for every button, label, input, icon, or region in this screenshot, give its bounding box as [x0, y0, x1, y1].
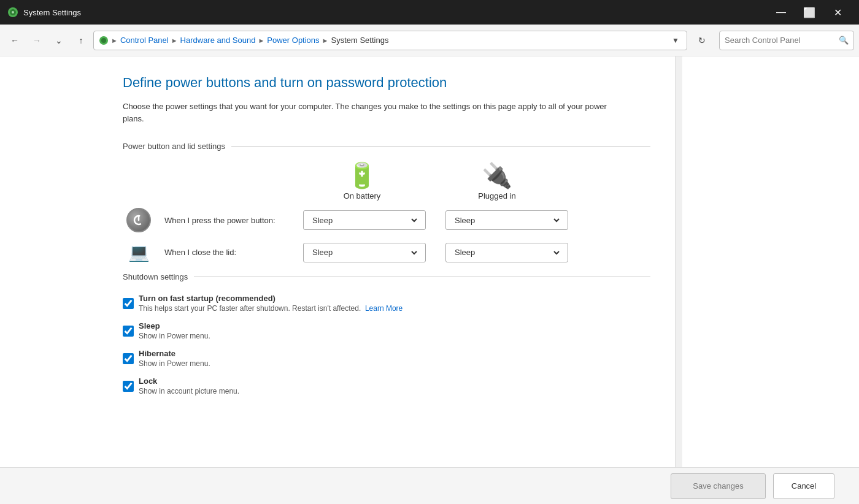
fast-startup-content: Turn on fast startup (recommended) This …: [139, 294, 403, 313]
sleep-row: Sleep Show in Power menu.: [123, 321, 626, 340]
power-button-plugged-dropdown[interactable]: Sleep Do nothing Hibernate Shut down Tur…: [445, 210, 568, 230]
power-button-row: When I press the power button: Sleep Do …: [123, 208, 650, 232]
close-lid-row: 💻 When I close the lid: Sleep Do nothing…: [123, 242, 650, 262]
on-battery-header: 🔋 On battery: [295, 163, 430, 200]
close-lid-icon-area: 💻: [123, 242, 155, 262]
app-icon: [7, 7, 18, 18]
power-button-battery-dropdown[interactable]: Sleep Do nothing Hibernate Shut down Tur…: [303, 210, 426, 230]
power-button-icon: [126, 208, 151, 232]
minimize-button[interactable]: —: [767, 2, 795, 22]
recent-button[interactable]: ⌄: [49, 31, 69, 50]
section-divider-2: [194, 277, 650, 277]
power-buttons-section-label: Power button and lid settings: [123, 142, 225, 151]
close-lid-plugged-select[interactable]: Sleep Do nothing Hibernate Shut down Tur…: [452, 243, 561, 262]
close-button[interactable]: ✕: [823, 2, 852, 22]
lock-checkbox-wrapper: [123, 381, 134, 392]
breadcrumb-hardware-sound[interactable]: Hardware and Sound: [180, 36, 256, 45]
hibernate-checkbox-wrapper: [123, 353, 134, 364]
breadcrumb-dropdown[interactable]: ▼: [669, 36, 682, 45]
back-button[interactable]: ←: [5, 31, 25, 50]
window-controls: — ⬜ ✕: [767, 2, 852, 22]
shutdown-section: Turn on fast startup (recommended) This …: [123, 294, 626, 395]
lock-row: Lock Show in account picture menu.: [123, 376, 626, 395]
sleep-title: Sleep: [139, 321, 210, 330]
fast-startup-checkbox-wrapper: [123, 298, 134, 309]
save-changes-button[interactable]: Save changes: [671, 473, 766, 499]
close-lid-battery-select[interactable]: Sleep Do nothing Hibernate Shut down Tur…: [310, 243, 419, 262]
breadcrumb-home[interactable]: [99, 35, 109, 45]
fast-startup-title: Turn on fast startup (recommended): [139, 294, 403, 303]
main-content: Define power buttons and turn on passwor…: [0, 56, 859, 467]
plugged-in-header: 🔌 Plugged in: [430, 163, 564, 200]
power-buttons-section-header: Power button and lid settings: [123, 142, 650, 151]
lock-title: Lock: [139, 376, 239, 386]
forward-button[interactable]: →: [27, 31, 47, 50]
hibernate-item: Hibernate Show in Power menu.: [123, 349, 210, 368]
hibernate-checkbox[interactable]: [123, 353, 134, 364]
breadcrumb-sep-1: ►: [111, 37, 118, 44]
titlebar-title: System Settings: [23, 8, 767, 17]
power-button-plugged-select[interactable]: Sleep Do nothing Hibernate Shut down Tur…: [452, 211, 561, 229]
fast-startup-row: Turn on fast startup (recommended) This …: [123, 294, 626, 313]
close-lid-label: When I close the lid:: [164, 248, 293, 257]
scrollbar[interactable]: [675, 56, 682, 467]
breadcrumb-control-panel[interactable]: Control Panel: [120, 36, 169, 45]
lock-content: Lock Show in account picture menu.: [139, 376, 239, 395]
breadcrumb-current: System Settings: [331, 36, 388, 45]
fast-startup-item: Turn on fast startup (recommended) This …: [123, 294, 403, 313]
sleep-subtitle: Show in Power menu.: [139, 332, 210, 340]
hibernate-row: Hibernate Show in Power menu.: [123, 349, 626, 368]
search-input[interactable]: [725, 36, 839, 45]
titlebar: System Settings — ⬜ ✕: [0, 0, 859, 25]
svg-point-4: [101, 38, 106, 43]
breadcrumb-sep-3: ►: [258, 37, 264, 44]
hibernate-title: Hibernate: [139, 349, 210, 358]
lock-checkbox[interactable]: [123, 381, 134, 392]
page-title: Define power buttons and turn on passwor…: [123, 75, 650, 91]
breadcrumb-sep-2: ►: [171, 37, 178, 44]
sleep-item: Sleep Show in Power menu.: [123, 321, 210, 340]
maximize-button[interactable]: ⬜: [795, 2, 823, 22]
page-description: Choose the power settings that you want …: [123, 101, 626, 124]
lock-item: Lock Show in account picture menu.: [123, 376, 239, 395]
fast-startup-checkbox[interactable]: [123, 298, 134, 309]
close-lid-battery-dropdown[interactable]: Sleep Do nothing Hibernate Shut down Tur…: [303, 243, 426, 262]
sleep-checkbox-wrapper: [123, 326, 134, 337]
on-battery-label: On battery: [344, 191, 381, 200]
power-button-label: When I press the power button:: [164, 216, 293, 225]
breadcrumb: ► Control Panel ► Hardware and Sound ► P…: [93, 31, 687, 50]
navbar: ← → ⌄ ↑ ► Control Panel ► Hardware and S…: [0, 25, 859, 56]
cancel-button[interactable]: Cancel: [773, 473, 834, 499]
search-icon[interactable]: 🔍: [839, 36, 849, 45]
plugged-in-label: Plugged in: [478, 191, 515, 200]
shutdown-section-label: Shutdown settings: [123, 272, 188, 281]
search-box: 🔍: [719, 31, 854, 50]
plug-icon: 🔌: [482, 163, 512, 188]
battery-icon: 🔋: [347, 163, 377, 188]
fast-startup-learn-more[interactable]: Learn More: [365, 304, 403, 313]
refresh-button[interactable]: ↻: [692, 31, 712, 50]
breadcrumb-power-options[interactable]: Power Options: [267, 36, 319, 45]
hibernate-content: Hibernate Show in Power menu.: [139, 349, 210, 368]
breadcrumb-sep-4: ►: [322, 37, 329, 44]
fast-startup-subtitle: This helps start your PC faster after sh…: [139, 304, 403, 313]
power-button-battery-select[interactable]: Sleep Do nothing Hibernate Shut down Tur…: [310, 211, 419, 229]
power-column-headers: 🔋 On battery 🔌 Plugged in: [123, 163, 650, 200]
sleep-content: Sleep Show in Power menu.: [139, 321, 210, 340]
footer: Save changes Cancel: [0, 467, 859, 504]
close-lid-plugged-dropdown[interactable]: Sleep Do nothing Hibernate Shut down Tur…: [445, 243, 568, 262]
content-area: Define power buttons and turn on passwor…: [0, 56, 675, 467]
lid-icon: 💻: [128, 242, 150, 262]
hibernate-subtitle: Show in Power menu.: [139, 359, 210, 368]
svg-point-2: [12, 11, 14, 13]
lock-subtitle: Show in account picture menu.: [139, 387, 239, 395]
up-button[interactable]: ↑: [71, 31, 91, 50]
shutdown-section-header: Shutdown settings: [123, 272, 650, 281]
power-button-icon-area: [123, 208, 155, 232]
section-divider-1: [231, 146, 650, 147]
sleep-checkbox[interactable]: [123, 326, 134, 337]
